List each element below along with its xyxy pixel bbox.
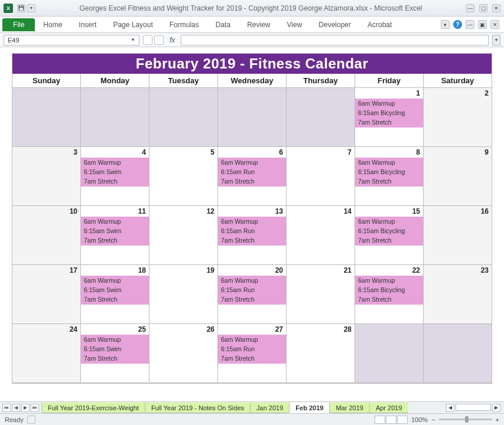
- sheet-tab-full-year-2019-exercise-weight[interactable]: Full Year 2019-Exercise-Weight: [41, 403, 145, 413]
- tab-nav: ⏮ ◀ ▶ ⏭: [2, 404, 39, 412]
- cancel-formula-button[interactable]: [143, 35, 152, 45]
- zoom-slider[interactable]: [439, 419, 492, 420]
- calendar-cell[interactable]: 17: [12, 265, 81, 324]
- workbook-minimize-button[interactable]: —: [466, 20, 474, 29]
- calendar-cell[interactable]: 16: [424, 206, 492, 265]
- day-number: 7: [347, 148, 352, 156]
- sheet-tab-jan-2019[interactable]: Jan 2019: [250, 403, 290, 413]
- calendar-cell[interactable]: 9: [424, 147, 492, 206]
- calendar-cell[interactable]: [355, 324, 424, 383]
- event-item: 6:15am Bicycling: [355, 285, 423, 295]
- save-icon[interactable]: 💾: [17, 4, 25, 12]
- calendar-cell[interactable]: [12, 88, 81, 147]
- page-break-view-button[interactable]: [397, 416, 408, 424]
- day-number: 19: [207, 266, 214, 274]
- horizontal-scrollbar[interactable]: [456, 404, 491, 411]
- calendar-cell[interactable]: 226am Warmup6:15am Bicycling7am Stretch: [355, 265, 424, 324]
- name-box-dropdown-icon[interactable]: ▼: [131, 37, 135, 42]
- calendar-cell[interactable]: 136am Warmup6:15am Run7am Stretch: [218, 206, 287, 265]
- calendar-cell[interactable]: 116am Warmup6:15am Swim7am Stretch: [81, 206, 149, 265]
- calendar-cell[interactable]: 23: [424, 265, 492, 324]
- menu-developer[interactable]: Developer: [310, 17, 359, 32]
- close-button[interactable]: ✕: [492, 4, 500, 12]
- menu-insert[interactable]: Insert: [70, 17, 105, 32]
- formula-expand-icon[interactable]: ▾: [492, 35, 500, 45]
- calendar-cell[interactable]: 66am Warmup6:15am Run7am Stretch: [218, 147, 287, 206]
- sheet-tab-feb-2019[interactable]: Feb 2019: [289, 403, 330, 413]
- zoom-thumb[interactable]: [465, 416, 469, 423]
- event-item: 6am Warmup: [218, 276, 286, 285]
- calendar-cell[interactable]: 28: [287, 324, 355, 383]
- name-box[interactable]: E49 ▼: [4, 35, 139, 45]
- formula-input[interactable]: [181, 35, 489, 45]
- calendar-cell[interactable]: 16am Warmup6:15am Bicycling7am Stretch: [355, 88, 424, 147]
- tab-nav-next-icon[interactable]: ▶: [21, 404, 30, 412]
- ribbon-minimize-icon[interactable]: ▾: [441, 20, 450, 29]
- calendar-cell[interactable]: 206am Warmup6:15am Run7am Stretch: [218, 265, 287, 324]
- page-layout-view-button[interactable]: [386, 416, 396, 424]
- day-header-tuesday: Tuesday: [149, 74, 218, 87]
- calendar-cell[interactable]: 186am Warmup6:15am Swim7am Stretch: [81, 265, 149, 324]
- enter-formula-button[interactable]: [154, 35, 164, 45]
- calendar-cell[interactable]: [218, 88, 287, 147]
- tab-nav-last-icon[interactable]: ⏭: [31, 404, 39, 412]
- minimize-button[interactable]: —: [466, 4, 474, 12]
- calendar-cell[interactable]: 14: [287, 206, 355, 265]
- calendar-cell[interactable]: 5: [149, 147, 218, 206]
- macro-record-icon[interactable]: [27, 416, 35, 424]
- help-icon[interactable]: ?: [453, 20, 462, 29]
- workbook-close-button[interactable]: ✕: [490, 20, 499, 29]
- calendar-cell[interactable]: [149, 88, 218, 147]
- file-tab[interactable]: File: [2, 18, 35, 31]
- menu-review[interactable]: Review: [239, 17, 278, 32]
- event-item: 6:15am Bicycling: [355, 167, 423, 176]
- calendar-cell[interactable]: 12: [149, 206, 218, 265]
- menu-data[interactable]: Data: [207, 17, 239, 32]
- maximize-button[interactable]: ▢: [479, 4, 487, 12]
- hscroll-left-icon[interactable]: ◀: [446, 404, 454, 412]
- worksheet-area[interactable]: February 2019 - Fitness Calendar SundayM…: [0, 47, 504, 401]
- event-item: 6am Warmup: [355, 158, 423, 167]
- calendar-grid: 16am Warmup6:15am Bicycling7am Stretch23…: [12, 88, 492, 383]
- calendar-cell[interactable]: [287, 88, 355, 147]
- menu-home[interactable]: Home: [35, 17, 70, 32]
- event-item: 6:15am Swim: [81, 167, 149, 176]
- excel-icon[interactable]: X: [4, 4, 13, 13]
- normal-view-button[interactable]: [375, 416, 385, 424]
- calendar-cell[interactable]: 276am Warmup6:15am Run7am Stretch: [218, 324, 287, 383]
- menu-view[interactable]: View: [279, 17, 311, 32]
- sheet-tab-apr-2019[interactable]: Apr 2019: [369, 403, 408, 413]
- calendar-cell[interactable]: 26: [149, 324, 218, 383]
- sheet-tab-full-year-2019-notes-on-sides[interactable]: Full Year 2019 - Notes On Sides: [145, 403, 251, 413]
- sheet-tab-mar-2019[interactable]: Mar 2019: [329, 403, 369, 413]
- calendar-cell[interactable]: 7: [287, 147, 355, 206]
- hscroll-right-icon[interactable]: ▶: [492, 404, 500, 412]
- tab-nav-prev-icon[interactable]: ◀: [12, 404, 20, 412]
- menu-formulas[interactable]: Formulas: [161, 17, 207, 32]
- event-item: 7am Stretch: [218, 295, 286, 304]
- event-item: 6am Warmup: [81, 217, 149, 226]
- calendar-cell[interactable]: [81, 88, 149, 147]
- zoom-out-button[interactable]: −: [431, 416, 435, 423]
- calendar-cell[interactable]: 24: [12, 324, 81, 383]
- menu-page-layout[interactable]: Page Layout: [105, 17, 161, 32]
- events-block: 6am Warmup6:15am Swim7am Stretch: [81, 276, 149, 305]
- calendar-cell[interactable]: 46am Warmup6:15am Swim7am Stretch: [81, 147, 149, 206]
- qat-dropdown-icon[interactable]: ▾: [27, 4, 35, 12]
- calendar-cell[interactable]: 21: [287, 265, 355, 324]
- zoom-in-button[interactable]: +: [496, 416, 499, 423]
- calendar-cell[interactable]: 3: [12, 147, 81, 206]
- calendar-cell[interactable]: 156am Warmup6:15am Bicycling7am Stretch: [355, 206, 424, 265]
- calendar-cell[interactable]: 2: [424, 88, 492, 147]
- calendar-title: February 2019 - Fitness Calendar: [12, 54, 492, 74]
- menu-acrobat[interactable]: Acrobat: [359, 17, 400, 32]
- calendar-week-row: 10116am Warmup6:15am Swim7am Stretch1213…: [12, 206, 492, 265]
- calendar-cell[interactable]: 256am Warmup6:15am Swim7am Stretch: [81, 324, 149, 383]
- fx-icon[interactable]: fx: [167, 36, 177, 44]
- workbook-restore-button[interactable]: ▣: [478, 20, 487, 29]
- calendar-cell[interactable]: 86am Warmup6:15am Bicycling7am Stretch: [355, 147, 424, 206]
- calendar-cell[interactable]: 19: [149, 265, 218, 324]
- calendar-cell[interactable]: [424, 324, 492, 383]
- calendar-cell[interactable]: 10: [12, 206, 81, 265]
- tab-nav-first-icon[interactable]: ⏮: [2, 404, 11, 412]
